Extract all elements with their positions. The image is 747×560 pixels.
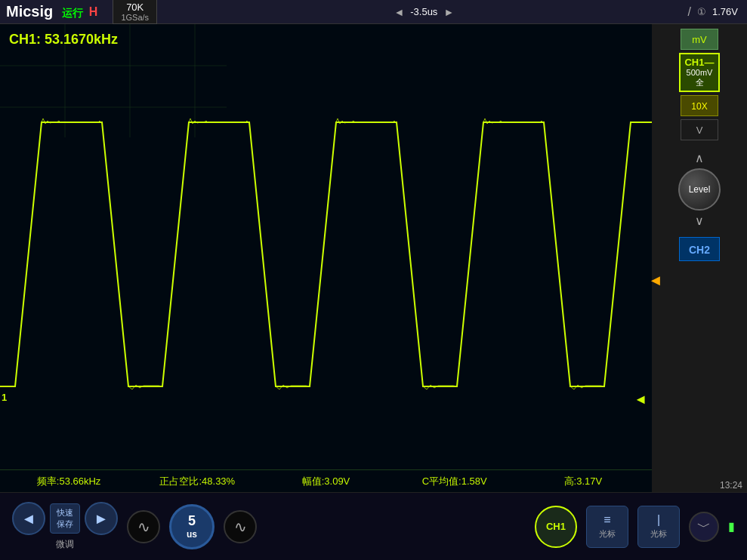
scroll-icon: ﹀ — [697, 518, 711, 536]
trigger-info: / ① 1.76V — [688, 5, 747, 19]
ch1-select-button[interactable]: CH1 — [535, 506, 577, 548]
trigger-channel: ① — [697, 6, 706, 17]
cursor1-icon: ≡ — [603, 513, 610, 527]
level-up-arrow[interactable]: ∧ — [695, 151, 704, 165]
top-bar: Micsig 运行 H 70K 1GSa/s ◄ -3.5us ► / ① 1.… — [0, 0, 747, 24]
timebase-top: 70K — [121, 2, 149, 13]
meas-duty: 正占空比:48.33% — [133, 475, 261, 488]
wave-right-button[interactable]: ∿ — [224, 510, 257, 543]
time-offset-value: -3.5us — [410, 6, 437, 17]
cursor2-button[interactable]: | 光标 — [637, 506, 680, 548]
prev-button[interactable]: ◄ — [12, 502, 45, 535]
cursor2-label: 光标 — [650, 528, 667, 540]
timebase-box[interactable]: 70K 1GSa/s — [113, 0, 157, 24]
scope-area: CH1: 53.1670kHz 1 ◄ — [0, 24, 652, 492]
wave-right-icon: ∿ — [234, 518, 247, 536]
cursor1-label: 光标 — [599, 528, 616, 540]
time-offset-inner: ◄ -3.5us ► — [394, 6, 454, 18]
save-label: 快速 保存 — [57, 507, 73, 530]
level-knob[interactable]: Level — [678, 168, 721, 211]
ch1-waveform — [0, 122, 652, 386]
trigger-voltage: 1.76V — [712, 6, 738, 17]
time-offset-area: ◄ -3.5us ► — [160, 6, 688, 18]
nav-buttons: ◄ 快速 保存 ► — [12, 502, 118, 535]
ch1-btn-title: CH1— — [683, 57, 716, 68]
cursor1-button[interactable]: ≡ 光标 — [586, 506, 628, 548]
time-left-arrow[interactable]: ◄ — [394, 6, 404, 18]
trigger-slope-icon: / — [688, 5, 691, 19]
run-status: 运行 — [62, 7, 83, 19]
ch1-ground-marker: 1 — [2, 392, 7, 403]
wave-left-icon: ∿ — [137, 518, 150, 536]
level-down-arrow[interactable]: ∨ — [695, 214, 704, 228]
logo-text: Micsig — [6, 3, 53, 20]
meas-high: 高:3.17V — [519, 475, 647, 488]
probe-button[interactable]: 10X — [681, 95, 718, 116]
v-button[interactable]: V — [681, 119, 718, 140]
next-button[interactable]: ► — [85, 502, 118, 535]
logo: Micsig 运行 — [0, 3, 89, 20]
bottom-bar: ◄ 快速 保存 ► 微调 ∿ 5 us ∿ CH1 ≡ 光标 | 光标 — [0, 492, 747, 560]
meas-mean: C平均值:1.58V — [390, 475, 519, 488]
cursor2-icon: | — [657, 513, 660, 527]
ch1-sel-label: CH1 — [546, 521, 566, 532]
scroll-button[interactable]: ﹀ — [689, 512, 719, 542]
ch1-settings-button[interactable]: CH1— 500mV 全 — [679, 53, 720, 92]
nav-group: ◄ 快速 保存 ► 微调 — [12, 502, 118, 551]
level-trigger-arrow: ◄ — [648, 272, 663, 289]
meas-amp: 幅值:3.09V — [261, 475, 390, 488]
time-value: 5 — [188, 513, 196, 529]
waveform — [0, 24, 652, 492]
trigger-indicator: H — [89, 5, 98, 19]
time-right-arrow[interactable]: ► — [443, 6, 454, 18]
time-display: 13:24 — [720, 480, 742, 491]
mv-button[interactable]: mV — [681, 29, 718, 50]
meas-freq: 频率:53.66kHz — [5, 475, 133, 488]
ch1-right-marker: ◄ — [634, 392, 647, 408]
fine-label: 微调 — [56, 538, 74, 551]
wave-left-button[interactable]: ∿ — [127, 510, 160, 543]
ch1-frequency-label: CH1: 53.1670kHz — [9, 32, 118, 48]
ch2-button[interactable]: CH2 — [679, 237, 720, 261]
measurements-row: 频率:53.66kHz 正占空比:48.33% 幅值:3.09V C平均值:1.… — [0, 469, 652, 492]
next-icon: ► — [94, 510, 109, 528]
time-unit: us — [187, 529, 197, 540]
right-panel: mV CH1— 500mV 全 10X V ∧ Level ∨ CH2 — [652, 24, 747, 492]
ch1-btn-full: 全 — [683, 77, 716, 88]
level-area: ∧ Level ∨ — [678, 151, 721, 228]
time-center-button[interactable]: 5 us — [169, 504, 215, 549]
prev-icon: ◄ — [21, 510, 36, 528]
save-button[interactable]: 快速 保存 — [50, 503, 80, 534]
battery-icon: ▮ — [728, 519, 735, 534]
timebase-bottom: 1GSa/s — [121, 13, 149, 22]
level-label: Level — [689, 184, 711, 195]
ch1-btn-scale: 500mV — [683, 68, 716, 77]
